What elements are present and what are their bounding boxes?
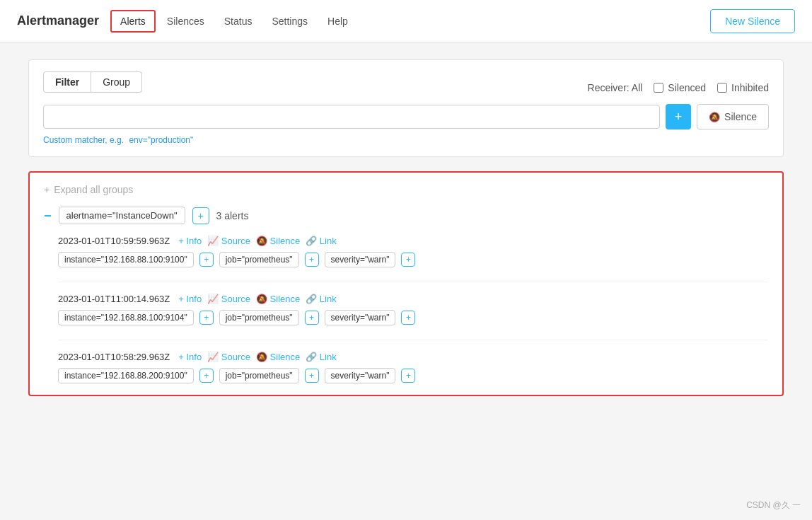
tag-plus-button[interactable]: +: [199, 369, 214, 383]
expand-plus-icon: +: [44, 184, 50, 195]
nav-link-settings[interactable]: Settings: [263, 11, 316, 31]
silence-button[interactable]: 🔕 Silence: [256, 352, 300, 362]
tag-plus-button[interactable]: +: [401, 311, 415, 325]
nav-link-help[interactable]: Help: [319, 11, 356, 31]
alert-timestamp: 2023-01-01T11:00:14.963Z: [58, 294, 170, 304]
alert-tags-row: instance="192.168.88.100:9100"+job="prom…: [58, 252, 768, 267]
alert-divider: [58, 282, 768, 282]
filter-header-row: FilterGroup Receiver: All Silenced Inhib…: [43, 71, 769, 104]
silenced-label: Silenced: [668, 82, 706, 93]
alert-tag: severity="warn": [325, 252, 396, 267]
alert-divider: [58, 340, 768, 340]
brand-title: Alertmanager: [17, 13, 99, 28]
custom-matcher-hint: Custom matcher, e.g. env="production": [43, 135, 769, 145]
filter-right: Receiver: All Silenced Inhibited: [588, 82, 769, 93]
new-silence-button[interactable]: New Silence: [710, 9, 795, 33]
alert-timestamp: 2023-01-01T10:59:59.963Z: [58, 236, 170, 246]
alert-tag: job="prometheus": [219, 252, 299, 267]
alert-tag: job="prometheus": [219, 310, 299, 325]
tag-plus-button[interactable]: +: [305, 253, 319, 267]
nav-links: AlertsSilencesStatusSettingsHelp: [110, 10, 710, 33]
alerts-section: + Expand all groups − alertname="Instanc…: [28, 171, 784, 396]
silence-button[interactable]: 🔕 Silence: [256, 294, 300, 304]
filter-tabs: FilterGroup: [43, 71, 142, 93]
silenced-toggle-label[interactable]: Silenced: [654, 82, 706, 93]
custom-matcher-example: env="production": [129, 135, 193, 145]
inhibited-checkbox[interactable]: [717, 83, 727, 93]
navbar-right: New Silence: [710, 9, 795, 33]
nav-link-alerts[interactable]: Alerts: [110, 10, 156, 33]
filter-input[interactable]: [43, 105, 660, 129]
alert-item: 2023-01-01T11:00:14.963Z+ Info📈 Source🔕 …: [44, 282, 768, 325]
link-button[interactable]: 🔗 Link: [306, 236, 336, 246]
add-filter-button[interactable]: +: [666, 104, 691, 129]
alert-tags-row: instance="192.168.88.100:9104"+job="prom…: [58, 310, 768, 325]
plus-icon: +: [675, 110, 683, 125]
source-button[interactable]: 📈 Source: [207, 352, 250, 362]
filter-panel: FilterGroup Receiver: All Silenced Inhib…: [28, 59, 784, 157]
filter-input-row: + 🔕 Silence: [43, 104, 769, 129]
source-button[interactable]: 📈 Source: [207, 294, 250, 304]
silence-filter-label: Silence: [724, 111, 757, 122]
alert-item: 2023-01-01T10:59:59.963Z+ Info📈 Source🔕 …: [44, 236, 768, 267]
info-button[interactable]: + Info: [178, 294, 202, 304]
silence-icon: 🔕: [709, 112, 720, 122]
filter-tab-filter[interactable]: Filter: [43, 71, 91, 93]
collapse-group-button[interactable]: −: [44, 209, 52, 222]
alert-row-header: 2023-01-01T10:58:29.963Z+ Info📈 Source🔕 …: [58, 352, 768, 362]
custom-matcher-text: Custom matcher, e.g.: [43, 135, 124, 145]
tag-plus-button[interactable]: +: [199, 253, 214, 267]
link-button[interactable]: 🔗 Link: [306, 294, 336, 304]
inhibited-toggle-label[interactable]: Inhibited: [717, 82, 769, 93]
tag-plus-button[interactable]: +: [305, 311, 319, 325]
alert-tag: severity="warn": [325, 310, 396, 325]
link-button[interactable]: 🔗 Link: [306, 352, 336, 362]
alert-tag: instance="192.168.88.100:9100": [58, 252, 194, 267]
expand-all-label: Expand all groups: [54, 184, 133, 195]
tag-plus-button[interactable]: +: [305, 369, 319, 383]
silenced-checkbox[interactable]: [654, 83, 663, 93]
add-group-matcher-button[interactable]: +: [192, 207, 209, 224]
tag-plus-button[interactable]: +: [199, 311, 214, 325]
group-label-tag: alertname="InstanceDown": [59, 207, 185, 224]
info-button[interactable]: + Info: [178, 352, 202, 362]
receiver-label: Receiver: All: [588, 82, 643, 93]
info-button[interactable]: + Info: [178, 236, 202, 246]
alert-timestamp: 2023-01-01T10:58:29.963Z: [58, 352, 170, 362]
main-content: FilterGroup Receiver: All Silenced Inhib…: [0, 42, 812, 413]
alert-tags-row: instance="192.168.88.200:9100"+job="prom…: [58, 368, 768, 383]
tag-plus-button[interactable]: +: [401, 253, 415, 267]
alert-actions: + Info📈 Source🔕 Silence🔗 Link: [178, 294, 336, 304]
nav-link-silences[interactable]: Silences: [158, 11, 213, 31]
alert-tag: instance="192.168.88.200:9100": [58, 368, 194, 383]
filter-tab-group[interactable]: Group: [91, 71, 142, 93]
alert-group-header: − alertname="InstanceDown" + 3 alerts: [44, 207, 768, 224]
expand-all-groups[interactable]: + Expand all groups: [44, 184, 768, 195]
alert-tag: job="prometheus": [219, 368, 299, 383]
inhibited-label: Inhibited: [731, 82, 769, 93]
nav-link-status[interactable]: Status: [216, 11, 261, 31]
silence-button[interactable]: 🔕 Silence: [256, 236, 300, 246]
tag-plus-button[interactable]: +: [401, 369, 415, 383]
alert-tag: instance="192.168.88.100:9104": [58, 310, 194, 325]
alerts-count: 3 alerts: [216, 210, 249, 221]
alert-items-container: 2023-01-01T10:59:59.963Z+ Info📈 Source🔕 …: [44, 236, 768, 383]
alert-actions: + Info📈 Source🔕 Silence🔗 Link: [178, 352, 336, 362]
alert-tag: severity="warn": [325, 368, 396, 383]
alert-actions: + Info📈 Source🔕 Silence🔗 Link: [178, 236, 336, 246]
alert-row-header: 2023-01-01T10:59:59.963Z+ Info📈 Source🔕 …: [58, 236, 768, 246]
alert-item: 2023-01-01T10:58:29.963Z+ Info📈 Source🔕 …: [44, 340, 768, 383]
navbar: Alertmanager AlertsSilencesStatusSetting…: [0, 0, 812, 42]
source-button[interactable]: 📈 Source: [207, 236, 250, 246]
silence-filter-button[interactable]: 🔕 Silence: [697, 104, 769, 129]
alert-row-header: 2023-01-01T11:00:14.963Z+ Info📈 Source🔕 …: [58, 294, 768, 304]
